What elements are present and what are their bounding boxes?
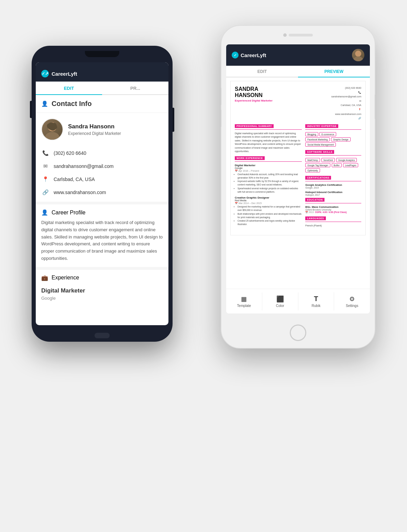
nav-settings-label: Settings (346, 304, 358, 308)
profile-row: Sandra Hansonn Experienced Digital Marke… (36, 113, 168, 144)
white-notch-area (221, 26, 375, 44)
volume-down-button (220, 110, 221, 127)
job1-bullets: Overhauled Adwords account, cutting 20% … (235, 173, 302, 194)
lang-title: LANGUAGES (305, 216, 326, 220)
dark-tab-bar[interactable]: EDIT PR... (36, 82, 168, 95)
profile-avatar (41, 118, 63, 140)
person-icon: 👤 (41, 100, 48, 107)
email-icon: ✉ (42, 163, 49, 169)
nav-color[interactable]: ⬛ Color (262, 292, 298, 310)
location-value: Carlsbad, CA, USA (54, 177, 95, 182)
resume-preview-area: SANDRA HANSONN Experienced Digital Marke… (226, 77, 370, 309)
cert-2: Hubspot Inbound Certification Hubspot, 2… (305, 191, 361, 196)
work-exp-title: WORK EXPERIENCE (235, 156, 265, 160)
dark-phone: ✓↗ CareerLyft EDIT PR... 👤 Contact Info (32, 46, 173, 342)
lang-text: French (Fluent) (305, 224, 361, 228)
profile-name: Sandra Hansonn (68, 123, 121, 130)
certs-title: CERTIFICATIONS (305, 176, 331, 180)
template-icon: ▦ (241, 295, 247, 303)
skill-tag: LeadPages (343, 163, 359, 167)
svg-point-2 (355, 51, 361, 57)
bullet: Created 25 advertisements and logos week… (238, 219, 302, 226)
cert2-sub: Hubspot, 2017 (305, 194, 361, 196)
job-title: Digital Marketer (36, 285, 168, 296)
user-avatar (352, 49, 364, 61)
bullet: Built relationships with print vendors a… (238, 212, 302, 219)
career-profile-title: Career Profile (52, 210, 86, 216)
resume-email: sandrahansonn@gmail.com ✉ (331, 95, 361, 103)
nav-color-label: Color (276, 304, 284, 308)
resume-name-line2: HANSONN (235, 92, 273, 98)
lang-divider (305, 222, 361, 222)
white-logo-text: CareerLyft (241, 52, 266, 58)
resume-left-col: PROFESSIONAL SUMMARY Digital marketing s… (235, 124, 302, 231)
resume-header: SANDRA HANSONN Experienced Digital Marke… (235, 86, 361, 121)
profile-info: Sandra Hansonn Experienced Digital Marke… (68, 123, 121, 136)
white-tab-bar[interactable]: EDIT PREVIEW (226, 66, 370, 77)
dark-phone-screen: ✓↗ CareerLyft EDIT PR... 👤 Contact Info (36, 62, 168, 325)
prof-summary-text: Digital marketing specialist with track … (235, 132, 302, 153)
svg-point-3 (353, 56, 363, 61)
nav-font[interactable]: T Rubik (298, 292, 334, 310)
skill-tag: E-commerce (319, 132, 336, 136)
contact-website[interactable]: 🔗 www.sandrahanson.com (36, 186, 168, 199)
dark-app-header: ✓↗ CareerLyft (36, 62, 168, 82)
resume-paper: SANDRA HANSONN Experienced Digital Marke… (230, 81, 366, 235)
cert-1: Google Analytics Certification Google, 2… (305, 183, 361, 189)
bullet: Improved website traffic by 52.5% throug… (238, 180, 302, 187)
resume-name-block: SANDRA HANSONN Experienced Digital Marke… (235, 86, 273, 102)
speaker (289, 34, 313, 36)
white-phone: ✓ CareerLyft EDIT PREVIEW (221, 25, 375, 349)
white-home-button[interactable] (290, 324, 306, 341)
contact-info-section: 👤 Contact Info (36, 95, 168, 113)
email-value: sandrahansonn@gmail.com (54, 163, 114, 169)
settings-icon: ⚙ (349, 295, 355, 303)
software-title: SOFTWARE SKILLS (305, 150, 334, 154)
dark-home-button[interactable] (95, 333, 110, 338)
contact-email[interactable]: ✉ sandrahansonn@gmail.com (36, 160, 168, 173)
edu-meta: 📅 2013 CGPA: 4.00 / 4.00 (First Class) (305, 211, 361, 214)
resume-contact-right: (302) 620 6640 📞 sandrahansonn@gmail.com… (331, 86, 361, 121)
prof-summary-title: PROFESSIONAL SUMMARY (235, 124, 274, 128)
contact-phone[interactable]: 📞 (302) 620 6640 (36, 147, 168, 160)
phone-value: (302) 620 6640 (54, 150, 86, 156)
notch-bar (85, 51, 119, 57)
skill-tag: MailChimp (305, 158, 320, 162)
bullet: Spearheaded several redesign projects on… (238, 187, 302, 194)
ps-divider (235, 129, 302, 130)
white-tab-edit[interactable]: EDIT (226, 66, 298, 77)
job1-date: 📅 Apr 2016 – Present (235, 170, 302, 172)
nav-template[interactable]: ▦ Template (226, 292, 262, 310)
website-value: www.sandrahanson.com (54, 190, 106, 195)
contact-location[interactable]: 📍 Carlsbad, CA, USA (36, 173, 168, 186)
white-app-header: ✓ CareerLyft (226, 44, 370, 66)
skill-tag: Optimizely (305, 168, 320, 172)
white-bottom-nav: ▦ Template ⬛ Color T Rubik ⚙ Settings (226, 289, 370, 313)
logo-icon: ✓↗ (41, 70, 49, 77)
resume-body: PROFESSIONAL SUMMARY Digital marketing s… (235, 124, 361, 231)
edu-school: Oxford Brookes University (305, 209, 361, 211)
contact-info-title: Contact Info (52, 100, 92, 108)
white-logo-icon: ✓ (232, 52, 239, 58)
white-tab-preview[interactable]: PREVIEW (298, 66, 370, 77)
edu-divider (305, 203, 361, 203)
side-volume-button (30, 101, 32, 118)
location-icon: 📍 (42, 176, 49, 182)
bullet: Designed the marketing material for a ca… (238, 205, 302, 212)
tab-preview[interactable]: PR... (102, 82, 168, 94)
languages-block: LANGUAGES French (Fluent) (305, 216, 361, 228)
skill-tag: SendGrid (321, 158, 335, 162)
career-bio-text: Digital marketing specialist with track … (36, 219, 168, 267)
power-button (375, 95, 376, 119)
career-profile-section: 👤 Career Profile (36, 202, 168, 219)
nav-settings[interactable]: ⚙ Settings (334, 292, 370, 310)
experience-title: Experience (52, 275, 79, 281)
edu-gpa: CGPA: 4.00 / 4.00 (First Class) (315, 211, 346, 213)
volume-up-button (220, 88, 221, 105)
cert1-sub: Google, 2015 (305, 187, 361, 189)
tab-edit[interactable]: EDIT (36, 82, 102, 95)
we-divider (235, 161, 302, 162)
industry-title: INDUSTRY EXPERTISE (305, 124, 338, 128)
skill-tag: Buffer (332, 163, 342, 167)
contact-list: 📞 (302) 620 6640 ✉ sandrahansonn@gmail.c… (36, 144, 168, 202)
